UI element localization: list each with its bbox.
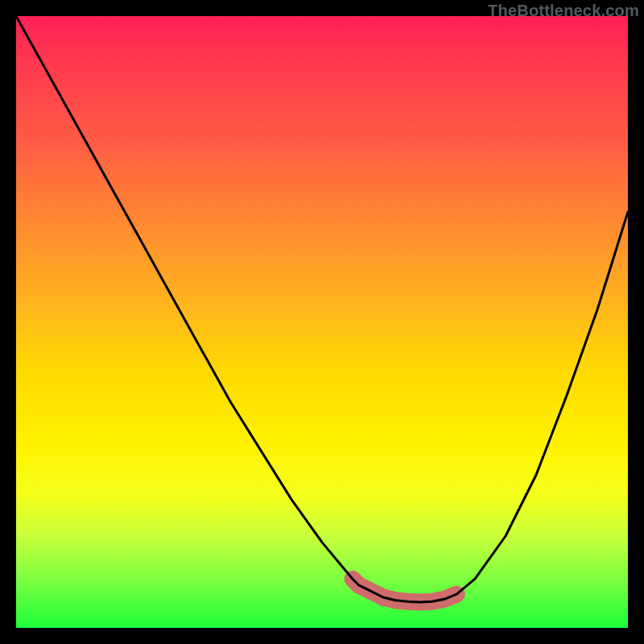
chart-plot-area <box>16 16 628 628</box>
chart-svg <box>16 16 628 628</box>
main-curve-path <box>16 16 628 602</box>
chart-stage: TheBottleneck.com <box>0 0 644 644</box>
